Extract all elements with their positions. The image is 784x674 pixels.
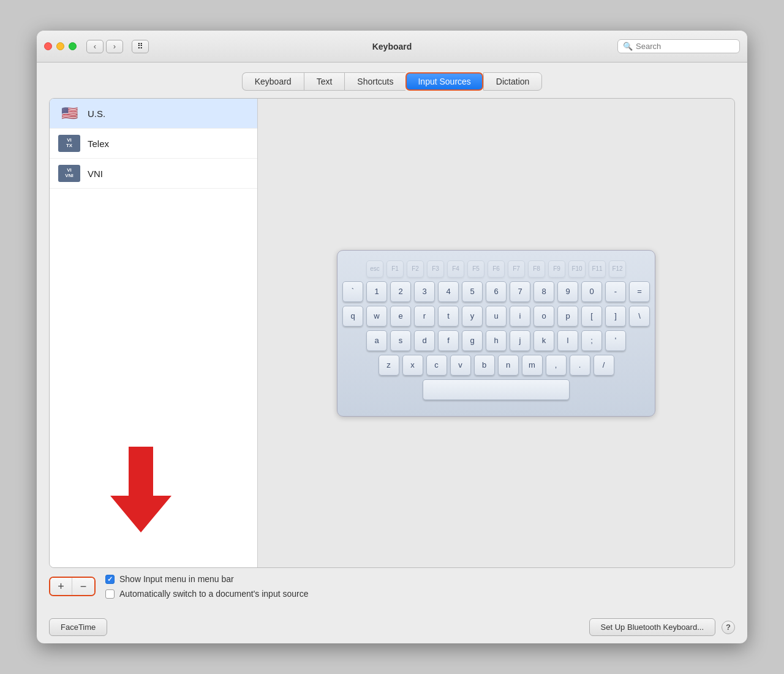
key-c[interactable]: c [426, 355, 447, 376]
key-quote[interactable]: ' [605, 330, 626, 351]
back-button[interactable]: ‹ [86, 40, 104, 53]
key-x[interactable]: x [402, 355, 423, 376]
maximize-button[interactable] [69, 42, 77, 50]
qwerty-row: q w e r t y u i o p [ ] \ [350, 306, 643, 327]
key-v[interactable]: v [450, 355, 471, 376]
key-f5[interactable]: F5 [467, 260, 484, 278]
key-f2[interactable]: F2 [407, 260, 424, 278]
key-backslash[interactable]: \ [629, 306, 650, 327]
key-1[interactable]: 1 [366, 281, 387, 302]
main-area: 🇺🇸 U.S. VI TX Telex [49, 98, 735, 599]
key-period[interactable]: . [570, 355, 590, 376]
key-8[interactable]: 8 [533, 281, 554, 302]
key-o[interactable]: o [533, 306, 554, 327]
key-6[interactable]: 6 [486, 281, 507, 302]
add-input-source-button[interactable]: + [50, 578, 72, 595]
key-y[interactable]: y [462, 306, 483, 327]
bottom-controls: + − Show Input menu in menu bar Automati… [49, 568, 735, 599]
keyboard-window: ‹ › ⠿ Keyboard 🔍 Keyboard Text Shortcuts… [37, 31, 747, 643]
key-minus[interactable]: - [605, 281, 626, 302]
auto-switch-label: Automatically switch to a document's inp… [119, 589, 309, 599]
us-flag-icon: 🇺🇸 [58, 105, 80, 122]
asdf-row: a s d f g h j k l ; ' [350, 330, 643, 351]
key-backtick[interactable]: ` [342, 281, 363, 302]
key-h[interactable]: h [486, 330, 507, 351]
key-d[interactable]: d [414, 330, 435, 351]
key-9[interactable]: 9 [557, 281, 578, 302]
key-f12[interactable]: F12 [609, 260, 626, 278]
nav-buttons: ‹ › [86, 40, 123, 53]
close-button[interactable] [44, 42, 52, 50]
key-l[interactable]: l [557, 330, 578, 351]
key-f9[interactable]: F9 [548, 260, 565, 278]
key-r[interactable]: r [414, 306, 435, 327]
us-label: U.S. [88, 108, 105, 119]
key-slash[interactable]: / [594, 355, 614, 376]
tab-text[interactable]: Text [304, 72, 345, 91]
key-p[interactable]: p [557, 306, 578, 327]
help-button[interactable]: ? [722, 621, 735, 634]
key-3[interactable]: 3 [414, 281, 435, 302]
key-lbracket[interactable]: [ [581, 306, 602, 327]
key-z[interactable]: z [379, 355, 399, 376]
key-e[interactable]: e [390, 306, 411, 327]
auto-switch-checkbox[interactable] [105, 589, 115, 599]
tab-dictation[interactable]: Dictation [483, 72, 542, 91]
key-s[interactable]: s [390, 330, 411, 351]
minimize-button[interactable] [56, 42, 64, 50]
key-f6[interactable]: F6 [488, 260, 505, 278]
auto-switch-row: Automatically switch to a document's inp… [105, 589, 309, 599]
key-q[interactable]: q [342, 306, 363, 327]
search-bar[interactable]: 🔍 [617, 39, 740, 53]
facetime-button[interactable]: FaceTime [49, 618, 107, 636]
tab-input-sources[interactable]: Input Sources [405, 72, 483, 91]
key-f3[interactable]: F3 [427, 260, 444, 278]
tab-keyboard[interactable]: Keyboard [242, 72, 304, 91]
telex-label: Telex [88, 138, 109, 149]
setup-bluetooth-button[interactable]: Set Up Bluetooth Keyboard... [589, 618, 715, 636]
key-f[interactable]: f [438, 330, 459, 351]
key-f8[interactable]: F8 [528, 260, 545, 278]
key-semicolon[interactable]: ; [581, 330, 602, 351]
vni-label: VNI [88, 168, 103, 179]
forward-button[interactable]: › [106, 40, 123, 53]
key-2[interactable]: 2 [390, 281, 411, 302]
number-row: ` 1 2 3 4 5 6 7 8 9 0 - = [350, 281, 643, 302]
sidebar-item-telex[interactable]: VI TX Telex [50, 129, 257, 159]
remove-input-source-button[interactable]: − [72, 578, 94, 595]
key-0[interactable]: 0 [581, 281, 602, 302]
key-rbracket[interactable]: ] [605, 306, 626, 327]
key-k[interactable]: k [533, 330, 554, 351]
key-t[interactable]: t [438, 306, 459, 327]
search-input[interactable] [636, 42, 734, 51]
key-f10[interactable]: F10 [568, 260, 586, 278]
key-b[interactable]: b [474, 355, 495, 376]
key-esc[interactable]: esc [366, 260, 383, 278]
key-a[interactable]: a [366, 330, 387, 351]
key-u[interactable]: u [486, 306, 507, 327]
sidebar-item-vni[interactable]: VI VNI VNI [50, 159, 257, 189]
sidebar-item-us[interactable]: 🇺🇸 U.S. [50, 99, 257, 129]
key-n[interactable]: n [498, 355, 519, 376]
key-f4[interactable]: F4 [447, 260, 464, 278]
key-f11[interactable]: F11 [589, 260, 606, 278]
key-space[interactable] [423, 379, 570, 400]
apps-grid-button[interactable]: ⠿ [132, 40, 149, 53]
key-i[interactable]: i [510, 306, 530, 327]
key-f1[interactable]: F1 [386, 260, 404, 278]
key-equals[interactable]: = [629, 281, 650, 302]
key-comma[interactable]: , [546, 355, 567, 376]
key-j[interactable]: j [510, 330, 530, 351]
space-row [350, 379, 643, 400]
content-area: Keyboard Text Shortcuts Input Sources Di… [37, 62, 747, 611]
key-5[interactable]: 5 [462, 281, 483, 302]
key-4[interactable]: 4 [438, 281, 459, 302]
key-m[interactable]: m [522, 355, 543, 376]
tab-shortcuts[interactable]: Shortcuts [344, 72, 405, 91]
key-g[interactable]: g [462, 330, 483, 351]
show-input-menu-checkbox[interactable] [105, 575, 115, 584]
key-7[interactable]: 7 [510, 281, 530, 302]
titlebar: ‹ › ⠿ Keyboard 🔍 [37, 31, 747, 62]
key-w[interactable]: w [366, 306, 387, 327]
key-f7[interactable]: F7 [508, 260, 525, 278]
